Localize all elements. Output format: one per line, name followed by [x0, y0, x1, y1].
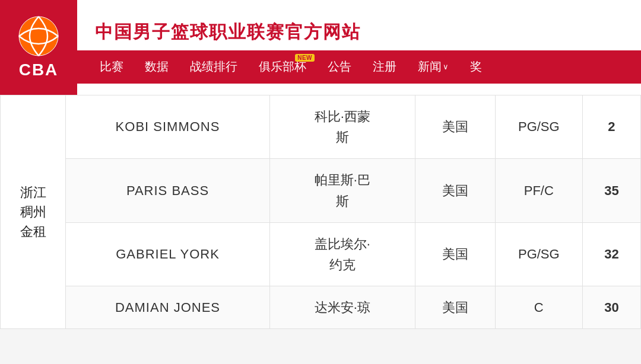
- table-container: 浙江 稠州 金租 KOBI SIMMONS 科比·西蒙 斯 美国 PG/SG 2…: [0, 95, 641, 329]
- news-chevron-icon: ∨: [443, 62, 449, 71]
- player-number: 2: [582, 95, 640, 159]
- site-title: 中国男子篮球职业联赛官方网站: [77, 12, 641, 50]
- table-row: 浙江 稠州 金租 KOBI SIMMONS 科比·西蒙 斯 美国 PG/SG 2: [1, 95, 641, 159]
- nav-item-data[interactable]: 数据: [134, 50, 179, 84]
- player-en-name: KOBI SIMMONS: [66, 95, 269, 159]
- nav-item-register[interactable]: 注册: [362, 50, 407, 84]
- table-row: DAMIAN JONES 达米安·琼 美国 C 30: [1, 286, 641, 329]
- cba-logo-text: CBA: [19, 60, 59, 79]
- header-right: 中国男子篮球职业联赛官方网站 比赛 数据 战绩排行 俱乐部杯 NEW 公告 注册: [77, 12, 641, 84]
- player-number: 32: [582, 222, 640, 286]
- player-number: 35: [582, 159, 640, 222]
- player-cn-name: 达米安·琼: [269, 286, 415, 329]
- svg-point-0: [19, 17, 58, 56]
- nav-bar: 比赛 数据 战绩排行 俱乐部杯 NEW 公告 注册 新闻 ∨: [77, 50, 641, 84]
- player-en-name: DAMIAN JONES: [66, 286, 269, 329]
- player-country: 美国: [415, 222, 495, 286]
- player-country: 美国: [415, 95, 495, 159]
- table-row: PARIS BASS 帕里斯·巴 斯 美国 PF/C 35: [1, 159, 641, 222]
- nav-item-match[interactable]: 比赛: [89, 50, 134, 84]
- player-cn-name: 帕里斯·巴 斯: [269, 159, 415, 222]
- player-country: 美国: [415, 159, 495, 222]
- table-row: GABRIEL YORK 盖比埃尔· 约克 美国 PG/SG 32: [1, 222, 641, 286]
- player-number: 30: [582, 286, 640, 329]
- new-badge: NEW: [295, 54, 315, 62]
- player-country: 美国: [415, 286, 495, 329]
- player-position: PF/C: [495, 159, 582, 222]
- player-cn-name: 盖比埃尔· 约克: [269, 222, 415, 286]
- logo-area: CBA: [0, 0, 77, 95]
- player-en-name: PARIS BASS: [66, 159, 269, 222]
- cba-logo-icon: [18, 15, 59, 57]
- nav-item-club-cup[interactable]: 俱乐部杯 NEW: [248, 50, 317, 84]
- nav-item-standings[interactable]: 战绩排行: [179, 50, 248, 84]
- players-table: 浙江 稠州 金租 KOBI SIMMONS 科比·西蒙 斯 美国 PG/SG 2…: [0, 95, 641, 329]
- player-position: PG/SG: [495, 95, 582, 159]
- team-cell: 浙江 稠州 金租: [1, 95, 66, 329]
- player-position: PG/SG: [495, 222, 582, 286]
- player-position: C: [495, 286, 582, 329]
- nav-item-awards[interactable]: 奖: [459, 50, 493, 84]
- player-en-name: GABRIEL YORK: [66, 222, 269, 286]
- player-cn-name: 科比·西蒙 斯: [269, 95, 415, 159]
- header: CBA 中国男子篮球职业联赛官方网站 比赛 数据 战绩排行 俱乐部杯 NEW 公…: [0, 0, 641, 95]
- nav-item-notice[interactable]: 公告: [317, 50, 362, 84]
- nav-item-news[interactable]: 新闻 ∨: [407, 50, 459, 84]
